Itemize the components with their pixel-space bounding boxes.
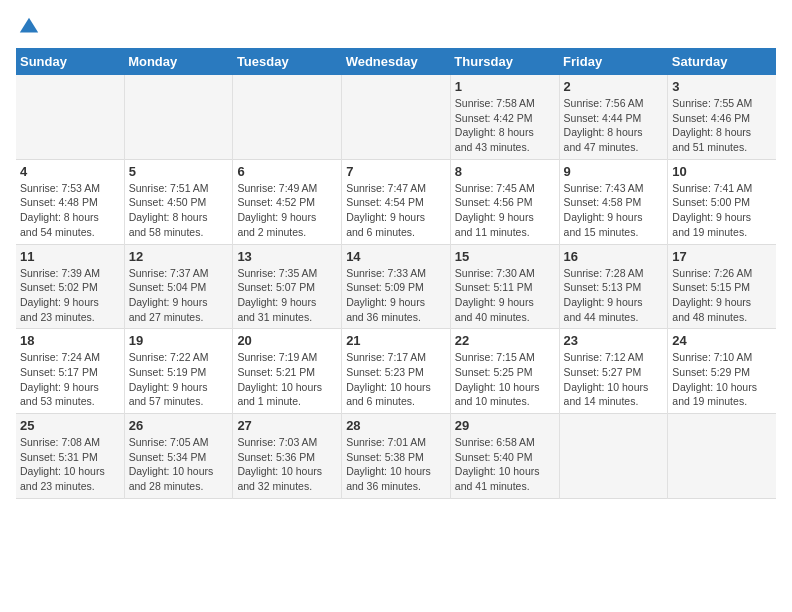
day-number: 6 [237,164,337,179]
day-info: Sunrise: 6:58 AM Sunset: 5:40 PM Dayligh… [455,435,555,494]
day-number: 4 [20,164,120,179]
calendar-cell: 7Sunrise: 7:47 AM Sunset: 4:54 PM Daylig… [342,159,451,244]
calendar-cell: 26Sunrise: 7:05 AM Sunset: 5:34 PM Dayli… [124,414,233,499]
calendar-cell: 11Sunrise: 7:39 AM Sunset: 5:02 PM Dayli… [16,244,124,329]
day-number: 21 [346,333,446,348]
day-number: 26 [129,418,229,433]
calendar-cell: 29Sunrise: 6:58 AM Sunset: 5:40 PM Dayli… [450,414,559,499]
calendar-table: SundayMondayTuesdayWednesdayThursdayFrid… [16,48,776,499]
day-number: 29 [455,418,555,433]
day-info: Sunrise: 7:19 AM Sunset: 5:21 PM Dayligh… [237,350,337,409]
day-info: Sunrise: 7:05 AM Sunset: 5:34 PM Dayligh… [129,435,229,494]
day-info: Sunrise: 7:55 AM Sunset: 4:46 PM Dayligh… [672,96,772,155]
day-number: 25 [20,418,120,433]
calendar-cell [342,75,451,159]
day-info: Sunrise: 7:08 AM Sunset: 5:31 PM Dayligh… [20,435,120,494]
page-header [16,16,776,38]
day-number: 1 [455,79,555,94]
day-info: Sunrise: 7:49 AM Sunset: 4:52 PM Dayligh… [237,181,337,240]
calendar-header-saturday: Saturday [668,48,776,75]
day-info: Sunrise: 7:45 AM Sunset: 4:56 PM Dayligh… [455,181,555,240]
calendar-cell: 22Sunrise: 7:15 AM Sunset: 5:25 PM Dayli… [450,329,559,414]
calendar-cell: 2Sunrise: 7:56 AM Sunset: 4:44 PM Daylig… [559,75,668,159]
calendar-header-friday: Friday [559,48,668,75]
calendar-cell [668,414,776,499]
day-info: Sunrise: 7:56 AM Sunset: 4:44 PM Dayligh… [564,96,664,155]
day-info: Sunrise: 7:01 AM Sunset: 5:38 PM Dayligh… [346,435,446,494]
day-info: Sunrise: 7:35 AM Sunset: 5:07 PM Dayligh… [237,266,337,325]
calendar-cell: 23Sunrise: 7:12 AM Sunset: 5:27 PM Dayli… [559,329,668,414]
calendar-cell: 12Sunrise: 7:37 AM Sunset: 5:04 PM Dayli… [124,244,233,329]
day-number: 23 [564,333,664,348]
week-row-1: 1Sunrise: 7:58 AM Sunset: 4:42 PM Daylig… [16,75,776,159]
day-number: 9 [564,164,664,179]
week-row-2: 4Sunrise: 7:53 AM Sunset: 4:48 PM Daylig… [16,159,776,244]
day-number: 11 [20,249,120,264]
calendar-cell: 5Sunrise: 7:51 AM Sunset: 4:50 PM Daylig… [124,159,233,244]
calendar-cell: 18Sunrise: 7:24 AM Sunset: 5:17 PM Dayli… [16,329,124,414]
week-row-5: 25Sunrise: 7:08 AM Sunset: 5:31 PM Dayli… [16,414,776,499]
calendar-cell: 15Sunrise: 7:30 AM Sunset: 5:11 PM Dayli… [450,244,559,329]
calendar-cell: 4Sunrise: 7:53 AM Sunset: 4:48 PM Daylig… [16,159,124,244]
day-number: 17 [672,249,772,264]
day-info: Sunrise: 7:17 AM Sunset: 5:23 PM Dayligh… [346,350,446,409]
calendar-cell [233,75,342,159]
day-info: Sunrise: 7:30 AM Sunset: 5:11 PM Dayligh… [455,266,555,325]
calendar-cell: 3Sunrise: 7:55 AM Sunset: 4:46 PM Daylig… [668,75,776,159]
calendar-header-thursday: Thursday [450,48,559,75]
day-info: Sunrise: 7:28 AM Sunset: 5:13 PM Dayligh… [564,266,664,325]
logo [16,16,40,38]
calendar-cell: 16Sunrise: 7:28 AM Sunset: 5:13 PM Dayli… [559,244,668,329]
week-row-4: 18Sunrise: 7:24 AM Sunset: 5:17 PM Dayli… [16,329,776,414]
day-number: 12 [129,249,229,264]
calendar-cell: 9Sunrise: 7:43 AM Sunset: 4:58 PM Daylig… [559,159,668,244]
calendar-cell [559,414,668,499]
calendar-cell: 28Sunrise: 7:01 AM Sunset: 5:38 PM Dayli… [342,414,451,499]
calendar-cell: 25Sunrise: 7:08 AM Sunset: 5:31 PM Dayli… [16,414,124,499]
calendar-header-row: SundayMondayTuesdayWednesdayThursdayFrid… [16,48,776,75]
calendar-header-tuesday: Tuesday [233,48,342,75]
calendar-cell: 24Sunrise: 7:10 AM Sunset: 5:29 PM Dayli… [668,329,776,414]
day-info: Sunrise: 7:39 AM Sunset: 5:02 PM Dayligh… [20,266,120,325]
day-number: 14 [346,249,446,264]
calendar-header-wednesday: Wednesday [342,48,451,75]
day-number: 27 [237,418,337,433]
day-number: 22 [455,333,555,348]
calendar-cell: 10Sunrise: 7:41 AM Sunset: 5:00 PM Dayli… [668,159,776,244]
day-number: 2 [564,79,664,94]
calendar-cell: 20Sunrise: 7:19 AM Sunset: 5:21 PM Dayli… [233,329,342,414]
day-info: Sunrise: 7:24 AM Sunset: 5:17 PM Dayligh… [20,350,120,409]
day-number: 3 [672,79,772,94]
week-row-3: 11Sunrise: 7:39 AM Sunset: 5:02 PM Dayli… [16,244,776,329]
day-number: 8 [455,164,555,179]
day-info: Sunrise: 7:41 AM Sunset: 5:00 PM Dayligh… [672,181,772,240]
day-info: Sunrise: 7:26 AM Sunset: 5:15 PM Dayligh… [672,266,772,325]
day-info: Sunrise: 7:12 AM Sunset: 5:27 PM Dayligh… [564,350,664,409]
day-number: 20 [237,333,337,348]
day-info: Sunrise: 7:47 AM Sunset: 4:54 PM Dayligh… [346,181,446,240]
day-info: Sunrise: 7:51 AM Sunset: 4:50 PM Dayligh… [129,181,229,240]
day-info: Sunrise: 7:58 AM Sunset: 4:42 PM Dayligh… [455,96,555,155]
day-number: 13 [237,249,337,264]
calendar-cell: 6Sunrise: 7:49 AM Sunset: 4:52 PM Daylig… [233,159,342,244]
day-info: Sunrise: 7:22 AM Sunset: 5:19 PM Dayligh… [129,350,229,409]
logo-icon [18,16,40,38]
day-number: 24 [672,333,772,348]
day-info: Sunrise: 7:37 AM Sunset: 5:04 PM Dayligh… [129,266,229,325]
calendar-cell: 13Sunrise: 7:35 AM Sunset: 5:07 PM Dayli… [233,244,342,329]
day-info: Sunrise: 7:10 AM Sunset: 5:29 PM Dayligh… [672,350,772,409]
day-number: 7 [346,164,446,179]
day-number: 10 [672,164,772,179]
day-number: 18 [20,333,120,348]
day-number: 16 [564,249,664,264]
day-info: Sunrise: 7:53 AM Sunset: 4:48 PM Dayligh… [20,181,120,240]
day-info: Sunrise: 7:33 AM Sunset: 5:09 PM Dayligh… [346,266,446,325]
day-number: 5 [129,164,229,179]
calendar-cell: 21Sunrise: 7:17 AM Sunset: 5:23 PM Dayli… [342,329,451,414]
calendar-cell: 17Sunrise: 7:26 AM Sunset: 5:15 PM Dayli… [668,244,776,329]
day-info: Sunrise: 7:15 AM Sunset: 5:25 PM Dayligh… [455,350,555,409]
calendar-cell: 1Sunrise: 7:58 AM Sunset: 4:42 PM Daylig… [450,75,559,159]
calendar-header-sunday: Sunday [16,48,124,75]
svg-marker-0 [20,18,38,33]
day-number: 28 [346,418,446,433]
